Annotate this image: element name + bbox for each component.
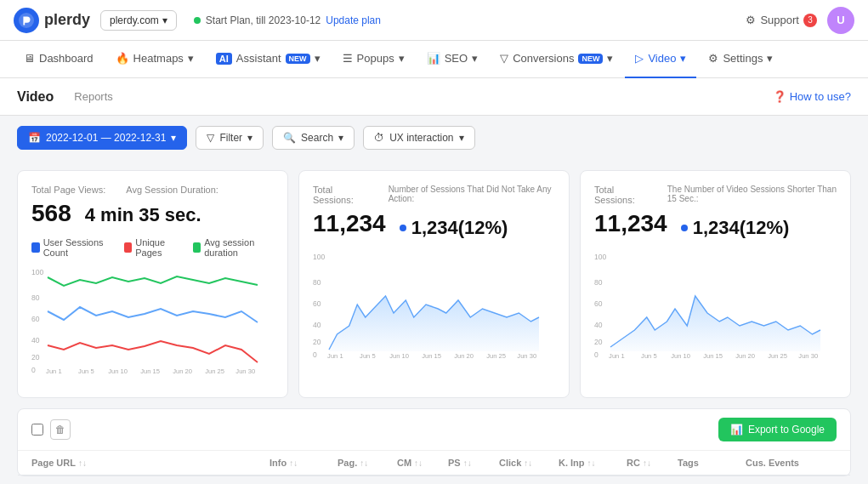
- svg-text:60: 60: [313, 299, 321, 308]
- th-ps: PS ↑↓: [448, 458, 499, 468]
- chevron-down-icon: ▾: [680, 52, 686, 65]
- plan-status-dot: [194, 17, 201, 24]
- dashboard-icon: 🖥: [24, 52, 35, 65]
- stat-dot-3: [681, 225, 688, 231]
- ux-label: UX interaction: [389, 132, 453, 144]
- chevron-down-icon: ▾: [472, 52, 478, 65]
- stat-dot-2: [400, 225, 406, 231]
- svg-text:100: 100: [31, 268, 43, 276]
- svg-text:Jun 5: Jun 5: [641, 352, 657, 360]
- sort-icon-cm[interactable]: ↑↓: [414, 458, 423, 468]
- legend-label-unique-pages: Unique Pages: [135, 237, 182, 258]
- th-page-url: Page URL ↑↓: [31, 458, 269, 468]
- th-pag: Pag. ↑↓: [338, 458, 397, 468]
- chevron-down-icon: ▾: [247, 132, 252, 144]
- nav-item-settings[interactable]: ⚙ Settings ▾: [698, 41, 783, 78]
- th-rc: RC ↑↓: [627, 458, 678, 468]
- stat-card-sessions: Total Page Views: Avg Session Duration: …: [17, 170, 288, 398]
- svg-text:Jun 1: Jun 1: [609, 352, 625, 360]
- filter-label: Filter: [219, 132, 242, 144]
- chevron-down-icon: ▾: [767, 52, 773, 65]
- select-all-checkbox[interactable]: [31, 424, 43, 436]
- sort-icon-ps[interactable]: ↑↓: [463, 458, 472, 468]
- chevron-down-icon: ▾: [399, 52, 405, 65]
- table-section: 🗑 📊 Export to Google Page URL ↑↓ Info ↑↓…: [17, 408, 851, 476]
- sort-icon-pag[interactable]: ↑↓: [360, 458, 368, 468]
- nav-label-settings: Settings: [723, 52, 763, 65]
- stat-value-total-2: 11,234: [313, 210, 386, 237]
- chart-2: 100 80 60 40 20 0 Jun 1: [313, 249, 555, 368]
- svg-text:100: 100: [313, 253, 325, 261]
- nav-label-popups: Popups: [357, 52, 394, 65]
- nav-item-popups[interactable]: ☰ Popups ▾: [332, 41, 415, 78]
- stats-row: Total Page Views: Avg Session Duration: …: [17, 170, 851, 398]
- th-cm: CM ↑↓: [397, 458, 448, 468]
- update-plan-link[interactable]: Update plan: [326, 14, 381, 26]
- chevron-down-icon: ▾: [459, 132, 464, 144]
- nav-item-conversions[interactable]: ▽ Conversions NEW ▾: [490, 41, 623, 78]
- sort-icon-url[interactable]: ↑↓: [78, 458, 87, 468]
- sort-icon-click[interactable]: ↑↓: [524, 458, 532, 468]
- date-range-button[interactable]: 📅 2022-12-01 — 2022-12-31 ▾: [17, 126, 187, 150]
- plan-text: Start Plan, till 2023-10-12: [206, 14, 321, 26]
- stat-meta-1: Total Page Views: Avg Session Duration:: [31, 185, 274, 195]
- svg-text:Jun 15: Jun 15: [140, 367, 160, 375]
- main-content: Total Page Views: Avg Session Duration: …: [0, 160, 868, 484]
- question-icon: ❓: [773, 90, 786, 103]
- tab-reports[interactable]: Reports: [67, 90, 120, 103]
- nav-item-seo[interactable]: 📊 SEO ▾: [417, 41, 488, 78]
- stat-label-total-sessions-3: Total Sessions:: [594, 185, 647, 205]
- nav-item-video[interactable]: ▷ Video ▾: [625, 41, 696, 78]
- stat-label-page-views: Total Page Views:: [31, 185, 105, 195]
- nav-item-assistant[interactable]: AI Assistant NEW ▾: [206, 41, 331, 78]
- chevron-down-icon: ▾: [607, 52, 613, 65]
- how-to-use-label: How to use?: [790, 90, 851, 103]
- nav-label-dashboard: Dashboard: [39, 52, 94, 65]
- svg-text:100: 100: [594, 253, 606, 261]
- svg-text:Jun 25: Jun 25: [486, 352, 506, 360]
- chevron-down-icon: ▾: [315, 52, 321, 65]
- svg-text:60: 60: [594, 299, 603, 308]
- logo: plerdy: [14, 8, 90, 33]
- support-label: Support: [760, 14, 799, 26]
- page-header: Video Reports ❓ How to use?: [0, 78, 868, 116]
- ux-icon: ⏱: [374, 132, 384, 144]
- svg-text:Jun 5: Jun 5: [360, 352, 376, 360]
- svg-text:Jun 25: Jun 25: [205, 367, 224, 375]
- nav-item-heatmaps[interactable]: 🔥 Heatmaps ▾: [105, 41, 204, 78]
- svg-text:Jun 15: Jun 15: [703, 352, 723, 360]
- user-avatar[interactable]: U: [827, 7, 854, 34]
- svg-text:80: 80: [31, 293, 40, 302]
- stat-label-total-sessions-2: Total Sessions:: [313, 185, 368, 205]
- svg-marker-20: [329, 296, 539, 351]
- stat-card-sessions-3: Total Sessions: The Number of Video Sess…: [580, 170, 851, 398]
- ai-icon: AI: [216, 53, 232, 65]
- navbar: 🖥 Dashboard 🔥 Heatmaps ▾ AI Assistant NE…: [0, 41, 868, 78]
- svg-text:80: 80: [594, 278, 603, 287]
- support-button[interactable]: ⚙ Support 3: [746, 14, 817, 27]
- sort-icon-info[interactable]: ↑↓: [289, 458, 298, 468]
- svg-text:Jun 5: Jun 5: [78, 367, 94, 375]
- sort-icon-kinp[interactable]: ↑↓: [587, 458, 596, 468]
- nav-label-conversions: Conversions: [513, 52, 574, 65]
- sort-icon-rc[interactable]: ↑↓: [643, 458, 651, 468]
- nav-item-dashboard[interactable]: 🖥 Dashboard: [14, 41, 104, 78]
- how-to-use-link[interactable]: ❓ How to use?: [773, 90, 851, 103]
- delete-button[interactable]: 🗑: [50, 419, 71, 440]
- svg-text:Jun 1: Jun 1: [46, 367, 62, 375]
- search-label: Search: [301, 132, 333, 144]
- export-to-google-button[interactable]: 📊 Export to Google: [718, 418, 837, 441]
- search-button[interactable]: 🔍 Search ▾: [272, 126, 355, 150]
- th-info: Info ↑↓: [269, 458, 338, 468]
- svg-text:0: 0: [31, 366, 36, 374]
- table-header: Page URL ↑↓ Info ↑↓ Pag. ↑↓ CM ↑↓ PS ↑↓ …: [18, 451, 850, 475]
- svg-text:40: 40: [313, 321, 321, 329]
- calendar-icon: 📅: [28, 132, 41, 144]
- page-title: Video: [17, 89, 54, 105]
- domain-selector[interactable]: plerdy.com ▾: [100, 10, 177, 31]
- filter-button[interactable]: ▽ Filter ▾: [196, 126, 264, 150]
- th-cus-events: Cus. Events: [746, 458, 822, 468]
- support-icon: ⚙: [746, 14, 756, 26]
- svg-text:Jun 10: Jun 10: [108, 367, 128, 375]
- ux-interaction-button[interactable]: ⏱ UX interaction ▾: [363, 126, 474, 150]
